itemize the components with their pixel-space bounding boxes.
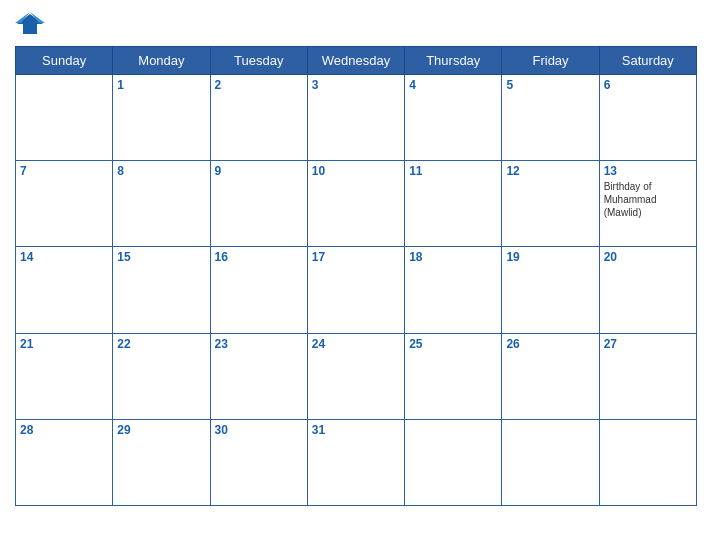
calendar-cell	[502, 419, 599, 505]
calendar-cell: 7	[16, 161, 113, 247]
calendar-cell	[599, 419, 696, 505]
weekday-header: Tuesday	[210, 47, 307, 75]
weekday-header: Monday	[113, 47, 210, 75]
calendar-cell: 25	[405, 333, 502, 419]
calendar-cell: 3	[307, 75, 404, 161]
calendar-cell	[16, 75, 113, 161]
calendar-cell: 6	[599, 75, 696, 161]
weekday-header: Thursday	[405, 47, 502, 75]
calendar-cell: 31	[307, 419, 404, 505]
calendar-cell: 10	[307, 161, 404, 247]
day-number: 28	[20, 423, 108, 437]
logo	[15, 10, 49, 38]
day-number: 13	[604, 164, 692, 178]
day-number: 10	[312, 164, 400, 178]
weekday-header-row: SundayMondayTuesdayWednesdayThursdayFrid…	[16, 47, 697, 75]
calendar-cell: 15	[113, 247, 210, 333]
holiday-label: Birthday of Muhammad (Mawlid)	[604, 180, 692, 219]
day-number: 15	[117, 250, 205, 264]
calendar-table: SundayMondayTuesdayWednesdayThursdayFrid…	[15, 46, 697, 506]
day-number: 27	[604, 337, 692, 351]
calendar-week-row: 78910111213Birthday of Muhammad (Mawlid)	[16, 161, 697, 247]
svg-marker-0	[17, 14, 43, 34]
day-number: 17	[312, 250, 400, 264]
day-number: 25	[409, 337, 497, 351]
calendar-cell: 5	[502, 75, 599, 161]
day-number: 19	[506, 250, 594, 264]
day-number: 21	[20, 337, 108, 351]
calendar-week-row: 14151617181920	[16, 247, 697, 333]
calendar-cell: 14	[16, 247, 113, 333]
calendar-cell: 20	[599, 247, 696, 333]
logo-bird-icon	[15, 10, 45, 38]
calendar-cell: 30	[210, 419, 307, 505]
day-number: 30	[215, 423, 303, 437]
calendar-cell: 4	[405, 75, 502, 161]
day-number: 11	[409, 164, 497, 178]
day-number: 9	[215, 164, 303, 178]
calendar-cell: 21	[16, 333, 113, 419]
day-number: 24	[312, 337, 400, 351]
calendar-cell: 28	[16, 419, 113, 505]
calendar-week-row: 123456	[16, 75, 697, 161]
day-number: 12	[506, 164, 594, 178]
day-number: 18	[409, 250, 497, 264]
calendar-cell: 27	[599, 333, 696, 419]
weekday-header: Friday	[502, 47, 599, 75]
day-number: 7	[20, 164, 108, 178]
day-number: 23	[215, 337, 303, 351]
calendar-header	[15, 10, 697, 38]
calendar-cell: 12	[502, 161, 599, 247]
day-number: 4	[409, 78, 497, 92]
day-number: 31	[312, 423, 400, 437]
calendar-cell: 19	[502, 247, 599, 333]
calendar-cell: 22	[113, 333, 210, 419]
calendar-cell: 24	[307, 333, 404, 419]
day-number: 6	[604, 78, 692, 92]
day-number: 29	[117, 423, 205, 437]
calendar-week-row: 28293031	[16, 419, 697, 505]
day-number: 26	[506, 337, 594, 351]
calendar-cell: 2	[210, 75, 307, 161]
day-number: 2	[215, 78, 303, 92]
calendar-cell: 17	[307, 247, 404, 333]
weekday-header: Sunday	[16, 47, 113, 75]
calendar-cell	[405, 419, 502, 505]
calendar-cell: 13Birthday of Muhammad (Mawlid)	[599, 161, 696, 247]
weekday-header: Wednesday	[307, 47, 404, 75]
day-number: 20	[604, 250, 692, 264]
calendar-cell: 1	[113, 75, 210, 161]
calendar-cell: 23	[210, 333, 307, 419]
calendar-cell: 26	[502, 333, 599, 419]
calendar-cell: 18	[405, 247, 502, 333]
calendar-cell: 16	[210, 247, 307, 333]
calendar-cell: 29	[113, 419, 210, 505]
calendar-cell: 11	[405, 161, 502, 247]
calendar-week-row: 21222324252627	[16, 333, 697, 419]
day-number: 8	[117, 164, 205, 178]
day-number: 16	[215, 250, 303, 264]
calendar-page: SundayMondayTuesdayWednesdayThursdayFrid…	[0, 0, 712, 550]
weekday-header: Saturday	[599, 47, 696, 75]
day-number: 22	[117, 337, 205, 351]
day-number: 1	[117, 78, 205, 92]
day-number: 14	[20, 250, 108, 264]
day-number: 5	[506, 78, 594, 92]
calendar-cell: 9	[210, 161, 307, 247]
day-number: 3	[312, 78, 400, 92]
calendar-cell: 8	[113, 161, 210, 247]
